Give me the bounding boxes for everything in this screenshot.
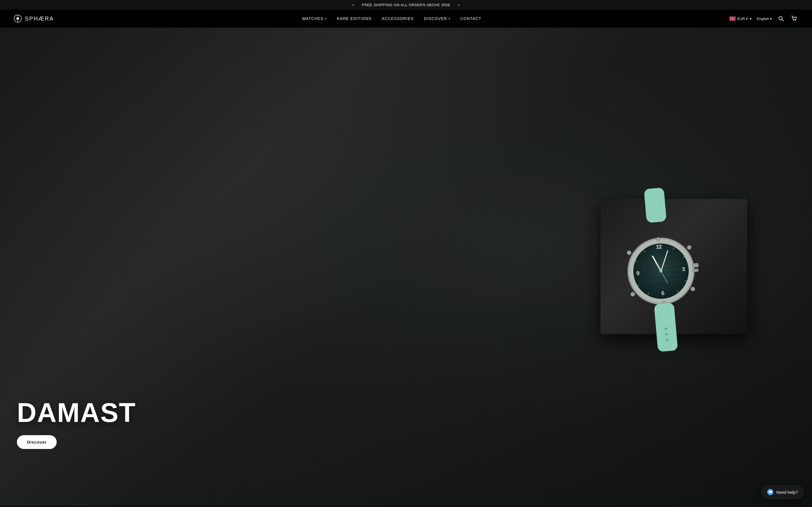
watches-chevron-icon: ▾ — [325, 17, 326, 20]
hero-title: DAMAST — [17, 399, 136, 426]
hero-section: 12 3 6 9 — [0, 27, 812, 505]
hero-content: DAMAST Discover — [17, 399, 136, 449]
logo-icon — [13, 14, 22, 23]
svg-text:9: 9 — [637, 270, 640, 276]
svg-rect-27 — [693, 269, 699, 272]
svg-point-7 — [793, 20, 794, 21]
svg-text:3: 3 — [682, 266, 686, 272]
header-right: EUR € ▾ English ▾ — [729, 14, 799, 23]
currency-chevron-icon: ▾ — [750, 17, 752, 21]
nav-watches[interactable]: WATCHES ▾ — [302, 16, 326, 21]
cart-icon — [791, 15, 797, 22]
svg-line-19 — [692, 289, 694, 289]
announcement-bar: ‹ FREE SHIPPING ON ALL ORDERS ABOVE 350€… — [0, 0, 812, 10]
nav-contact[interactable]: CONTACT — [460, 16, 481, 21]
chat-svg-icon — [768, 490, 772, 494]
announcement-next[interactable]: › — [456, 2, 462, 7]
language-label: English — [757, 17, 769, 21]
discover-chevron-icon: ▾ — [449, 17, 450, 20]
search-button[interactable] — [777, 15, 785, 22]
cart-button[interactable] — [790, 14, 799, 23]
announcement-prev[interactable]: ‹ — [350, 2, 356, 7]
announcement-text: FREE SHIPPING ON ALL ORDERS ABOVE 350€ — [362, 3, 450, 7]
logo-text: SPHÆRA — [25, 15, 54, 22]
nav-discover[interactable]: DISCOVER ▾ — [424, 16, 450, 21]
watch-image: 12 3 6 9 — [601, 184, 721, 356]
svg-line-35 — [659, 245, 659, 247]
svg-rect-26 — [692, 263, 699, 268]
svg-line-15 — [657, 239, 659, 240]
search-icon — [778, 16, 784, 21]
svg-point-1 — [16, 17, 19, 20]
watch-svg: 12 3 6 9 — [601, 184, 721, 356]
main-nav: WATCHES ▾ RARE EDITIONS ACCESSORIES DISC… — [302, 16, 481, 21]
language-chevron-icon: ▾ — [770, 17, 772, 21]
svg-text:6: 6 — [661, 290, 665, 296]
discover-button[interactable]: Discover — [17, 435, 57, 449]
currency-label: EUR € — [737, 17, 748, 21]
svg-line-23 — [632, 294, 634, 294]
chat-label: Need help? — [776, 490, 798, 495]
currency-selector[interactable]: EUR € ▾ — [729, 16, 752, 21]
svg-line-6 — [782, 20, 783, 21]
flag-icon — [729, 16, 735, 21]
svg-point-8 — [795, 20, 796, 21]
logo-link[interactable]: SPHÆRA — [13, 14, 54, 23]
chat-icon — [767, 489, 773, 495]
language-selector[interactable]: English ▾ — [757, 17, 772, 21]
svg-rect-49 — [654, 302, 678, 352]
nav-rare-editions[interactable]: RARE EDITIONS — [337, 16, 371, 21]
header: SPHÆRA WATCHES ▾ RARE EDITIONS ACCESSORI… — [0, 10, 812, 27]
svg-point-5 — [779, 17, 782, 20]
nav-accessories[interactable]: ACCESSORIES — [382, 16, 414, 21]
chat-bubble[interactable]: Need help? — [761, 485, 804, 499]
